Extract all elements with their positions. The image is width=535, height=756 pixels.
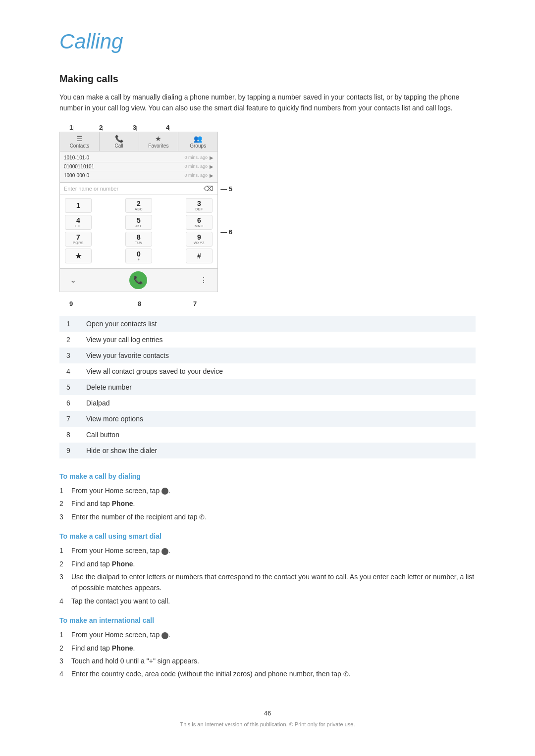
apps-icon [161,632,168,639]
step-item: 4Tap the contact you want to call. [59,596,476,606]
desc-row-9: 9Hide or show the dialer [59,443,476,458]
step-number: 3 [59,655,67,666]
phone-tabs: ☰ Contacts 📞 Call ★ Favorites 👥 Groups [60,132,217,151]
key-8[interactable]: 8TUV [125,232,152,247]
call-button[interactable]: 📞 [129,271,147,289]
chevron-down-icon[interactable]: ⌄ [70,275,76,285]
key-6[interactable]: 6MNO [186,215,213,230]
step-number: 1 [59,545,67,556]
step-number: 3 [59,511,67,523]
step-item: 2Find and tap Phone. [59,643,476,654]
call-icon: ✆ [343,670,349,678]
desc-text: Open your contacts list [79,316,476,332]
key-5[interactable]: 5JKL [125,215,152,230]
step-item: 3Enter the number of the recipient and t… [59,511,476,523]
steps-list-international: 1From your Home screen, tap .2Find and t… [59,629,476,680]
tab-contacts[interactable]: ☰ Contacts [60,132,100,151]
phone-contacts-list: 1010-101-0 0 mins. ago ▶ 01000110101 0 m… [60,151,217,182]
step-item: 2Find and tap Phone. [59,558,476,569]
step-item: 1From your Home screen, tap . [59,629,476,640]
key-7[interactable]: 7PQRS [65,232,92,247]
step-number: 1 [59,485,67,496]
callout-6-line: — 6 [220,228,232,235]
step-bold: Phone [112,500,133,507]
desc-row-6: 6Dialpad [59,395,476,411]
descriptions-table: 1Open your contacts list2View your call … [59,316,476,458]
desc-num: 2 [59,332,79,348]
step-text: Find and tap Phone. [71,558,476,569]
step-bold: Phone [112,644,133,652]
step-text: Find and tap Phone. [71,498,476,509]
dialpad: 1 2ABC 3DEF 4GHI 5JKL 6MNO 7PQRS 8TUV 9W… [60,195,217,268]
key-3[interactable]: 3DEF [186,198,213,213]
apps-icon [161,548,168,555]
intro-paragraph: You can make a call by manually dialing … [59,92,476,114]
desc-text: View all contact groups saved to your de… [79,363,476,379]
call-icon: ✆ [199,513,205,520]
steps-list-smart_dial: 1From your Home screen, tap .2Find and t… [59,545,476,606]
tab-groups[interactable]: 👥 Groups [178,132,217,151]
callout-9: 9 [69,300,73,307]
desc-num: 3 [59,348,79,363]
step-number: 3 [59,571,67,594]
phone-bottom-bar: ⌄ 📞 ⋮ [60,268,217,292]
step-number: 4 [59,668,67,680]
sub-section-title-dial: To make a call by dialing [59,472,476,480]
dialpad-row-1: 1 2ABC 3DEF [65,198,213,213]
callout-8: 8 [138,300,141,307]
step-number: 4 [59,596,67,606]
desc-row-5: 5Delete number [59,379,476,395]
apps-icon [161,488,168,495]
key-2[interactable]: 2ABC [125,198,152,213]
step-item: 4Enter the country code, area code (with… [59,668,476,680]
step-number: 1 [59,629,67,640]
step-item: 3Use the dialpad to enter letters or num… [59,571,476,594]
delete-icon[interactable]: ⌫ [204,185,214,193]
step-number: 2 [59,643,67,654]
desc-text: View your favorite contacts [79,348,476,363]
desc-num: 8 [59,427,79,443]
desc-num: 1 [59,316,79,332]
phone-number-input[interactable]: Enter name or number ⌫ [60,182,217,195]
key-star[interactable]: ★ [65,249,92,263]
desc-row-7: 7View more options [59,411,476,427]
more-options-icon[interactable]: ⋮ [200,275,208,285]
key-9[interactable]: 9WXYZ [186,232,213,247]
step-bold: Phone [112,560,133,568]
phone-screenshot: ☰ Contacts 📞 Call ★ Favorites 👥 Groups [59,132,218,292]
steps-list-dial: 1From your Home screen, tap .2Find and t… [59,485,476,522]
desc-num: 5 [59,379,79,395]
dialpad-row-3: 7PQRS 8TUV 9WXYZ [65,232,213,247]
contact-row-1[interactable]: 1010-101-0 0 mins. ago ▶ [64,153,214,162]
tab-favorites[interactable]: ★ Favorites [139,132,179,151]
step-item: 3Touch and hold 0 until a "+" sign appea… [59,655,476,666]
contact-row-2[interactable]: 01000110101 0 mins. ago ▶ [64,162,214,171]
key-1[interactable]: 1 [65,198,92,213]
step-number: 2 [59,558,67,569]
step-text: Enter the country code, area code (witho… [71,668,476,680]
desc-row-3: 3View your favorite contacts [59,348,476,363]
step-text: From your Home screen, tap . [71,485,476,496]
desc-num: 6 [59,395,79,411]
footer-note: This is an Internet version of this publ… [180,721,355,727]
sub-section-title-smart_dial: To make a call using smart dial [59,532,476,540]
page-footer: 46 This is an Internet version of this p… [59,700,476,728]
key-4[interactable]: 4GHI [65,215,92,230]
step-text: Use the dialpad to enter letters or numb… [71,571,476,594]
step-text: Tap the contact you want to call. [71,596,476,606]
desc-text: View your call log entries [79,332,476,348]
step-text: Enter the number of the recipient and ta… [71,511,476,523]
step-text: From your Home screen, tap . [71,629,476,640]
desc-num: 4 [59,363,79,379]
tab-call[interactable]: 📞 Call [100,132,139,151]
key-hash[interactable]: # [186,249,213,263]
dialpad-row-4: ★ 0+ # [65,249,213,263]
page-container: Calling Making calls You can make a call… [0,0,535,756]
key-0[interactable]: 0+ [125,249,152,263]
step-number: 2 [59,498,67,509]
desc-text: Delete number [79,379,476,395]
contact-row-3[interactable]: 1000-000-0 0 mins. ago ▶ [64,171,214,180]
desc-row-8: 8Call button [59,427,476,443]
step-item: 1From your Home screen, tap . [59,485,476,496]
step-item: 2Find and tap Phone. [59,498,476,509]
